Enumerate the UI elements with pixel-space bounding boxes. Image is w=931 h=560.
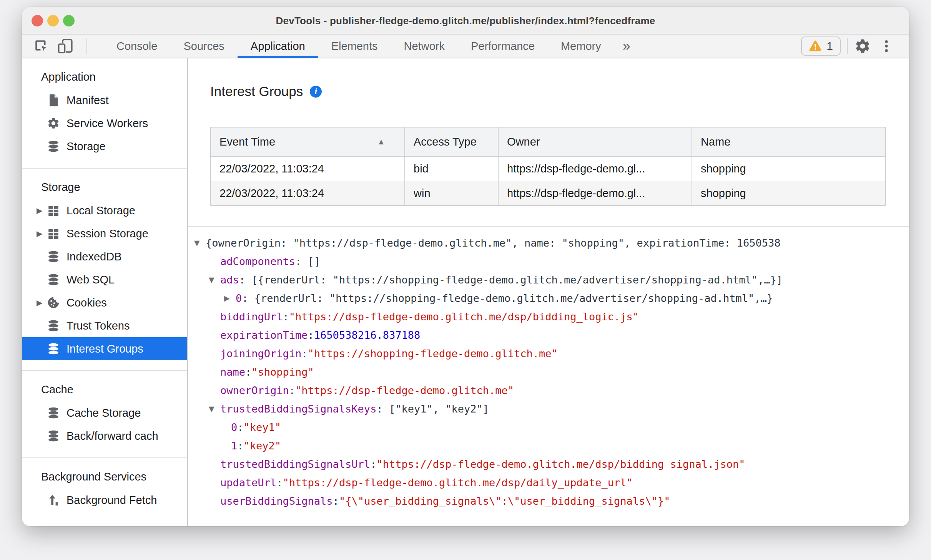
device-toolbar-icon[interactable] (57, 37, 74, 55)
sidebar-item-web-sql[interactable]: Web SQL (22, 268, 187, 291)
devtools-toolbar: ConsoleSourcesApplicationElementsNetwork… (22, 35, 909, 58)
info-icon[interactable]: i (310, 86, 322, 98)
expand-arrow-icon[interactable]: ▶ (37, 229, 47, 238)
sidebar-item-service-workers[interactable]: Service Workers (22, 112, 187, 135)
sidebar-item-label: Session Storage (66, 227, 148, 240)
sidebar-item-trust-tokens[interactable]: Trust Tokens (22, 314, 187, 337)
sidebar-item-label: Cookies (66, 297, 107, 309)
tree-segment-plain: : (301, 348, 308, 360)
tree-line[interactable]: ▶0: {renderUrl: "https://shopping-fledge… (188, 289, 909, 307)
table-body: 22/03/2022, 11:03:24bidhttps://dsp-fledg… (211, 157, 885, 205)
inspect-element-icon[interactable] (33, 37, 50, 55)
tree-line[interactable]: name: "shopping" (188, 363, 909, 381)
tree-line[interactable]: ▼{ownerOrigin: "https://dsp-fledge-demo.… (188, 234, 909, 252)
sidebar-item-label: Local Storage (66, 204, 135, 217)
tree-segment-key: ownerOrigin (220, 384, 289, 396)
sidebar-section-storage: Storage▶Local Storage▶Session StorageInd… (22, 169, 187, 371)
tab-memory[interactable]: Memory (548, 34, 614, 58)
table-row[interactable]: 22/03/2022, 11:03:24bidhttps://dsp-fledg… (211, 157, 885, 181)
column-header-owner[interactable]: Owner (499, 128, 692, 156)
table-cell: https://dsp-fledge-demo.gl... (499, 181, 692, 205)
fetch-icon (47, 493, 60, 507)
tree-toggle-icon[interactable]: ▼ (209, 404, 220, 413)
window-title: DevTools - publisher-fledge-demo.glitch.… (22, 7, 909, 35)
table-cell-text: 22/03/2022, 11:03:24 (219, 162, 324, 175)
issues-badge[interactable]: 1 (801, 36, 841, 56)
interest-groups-panel: Interest Groups i Event Time▲Access Type… (188, 58, 909, 526)
sidebar-item-label: Web SQL (66, 273, 115, 286)
database-icon (47, 273, 60, 287)
sidebar-item-indexeddb[interactable]: IndexedDB (22, 245, 187, 268)
database-icon (47, 139, 60, 153)
tree-segment-plain: : (308, 329, 314, 341)
expand-arrow-icon[interactable]: ▶ (37, 206, 47, 215)
sidebar-item-manifest[interactable]: Manifest (22, 89, 187, 112)
sidebar-section-cache: CacheCache StorageBack/forward cach (22, 371, 187, 458)
tree-toggle-icon[interactable]: ▼ (209, 275, 220, 284)
tab-application[interactable]: Application (238, 34, 318, 58)
tree-segment-key: userBiddingSignals (220, 495, 333, 507)
tree-line[interactable]: joiningOrigin: "https://shopping-fledge-… (188, 344, 909, 363)
sidebar-item-cookies[interactable]: ▶Cookies (22, 291, 187, 314)
section-header: Application (22, 68, 187, 89)
tree-segment-str: "key1" (244, 421, 281, 433)
tree-segment-key: 1 (231, 440, 237, 452)
tab-console[interactable]: Console (103, 34, 170, 58)
kebab-menu-icon[interactable] (878, 37, 895, 55)
tree-toggle-icon[interactable]: ▼ (194, 239, 206, 247)
tree-segment-key: trustedBiddingSignalsUrl (220, 458, 370, 470)
tree-segment-str: "https://dsp-fledge-demo.glitch.me/dsp/b… (289, 311, 639, 323)
sidebar-item-back-forward-cach[interactable]: Back/forward cach (22, 424, 187, 447)
sidebar-item-cache-storage[interactable]: Cache Storage (22, 401, 187, 424)
settings-gear-icon[interactable] (854, 37, 871, 55)
toolbar-right: 1 (801, 36, 909, 56)
database-icon (47, 319, 60, 333)
tree-line[interactable]: ▼trustedBiddingSignalsKeys: ["key1", "ke… (188, 399, 909, 418)
details-divider (188, 226, 909, 227)
interest-group-details-tree: ▼{ownerOrigin: "https://dsp-fledge-demo.… (188, 234, 909, 526)
tree-line[interactable]: biddingUrl: "https://dsp-fledge-demo.gli… (188, 307, 909, 326)
tree-line[interactable]: expirationTime: 1650538216.837188 (188, 326, 909, 344)
more-tabs-button[interactable]: » (614, 38, 639, 54)
tab-performance[interactable]: Performance (458, 34, 548, 58)
column-header-label: Owner (507, 136, 540, 148)
sidebar-item-local-storage[interactable]: ▶Local Storage (22, 199, 187, 222)
column-header-name[interactable]: Name (692, 128, 885, 156)
tree-line[interactable]: 1: "key2" (188, 436, 909, 455)
tree-segment-plain: : (237, 440, 243, 452)
sidebar-item-session-storage[interactable]: ▶Session Storage (22, 222, 187, 245)
column-header-event-time[interactable]: Event Time▲ (211, 128, 405, 156)
table-cell-text: shopping (701, 162, 746, 175)
tree-segment-plain: : (333, 495, 339, 507)
table-row[interactable]: 22/03/2022, 11:03:24winhttps://dsp-fledg… (211, 181, 885, 205)
tab-elements[interactable]: Elements (318, 34, 391, 58)
sidebar-item-storage[interactable]: Storage (22, 135, 187, 158)
section-header: Background Services (22, 467, 187, 489)
page-title: Interest Groups (210, 84, 303, 99)
tree-segment-plain: : (370, 458, 376, 470)
tree-line[interactable]: ownerOrigin: "https://dsp-fledge-demo.gl… (188, 381, 909, 399)
file-icon (47, 93, 60, 107)
sidebar-item-label: Back/forward cach (66, 430, 158, 442)
tree-line[interactable]: updateUrl: "https://dsp-fledge-demo.glit… (188, 473, 909, 492)
table-cell: 22/03/2022, 11:03:24 (211, 157, 405, 181)
tree-line[interactable]: adComponents: [] (188, 252, 909, 270)
tab-network[interactable]: Network (391, 34, 458, 58)
sort-ascending-icon: ▲ (377, 137, 385, 146)
tree-line[interactable]: userBiddingSignals: "{\"user_bidding_sig… (188, 492, 909, 510)
column-header-access-type[interactable]: Access Type (405, 128, 499, 156)
sidebar-item-label: Trust Tokens (66, 320, 130, 332)
tree-line[interactable]: trustedBiddingSignalsUrl: "https://dsp-f… (188, 455, 909, 473)
sidebar-item-background-fetch[interactable]: Background Fetch (22, 489, 187, 512)
expand-arrow-icon[interactable]: ▶ (37, 298, 47, 307)
tree-toggle-icon[interactable]: ▶ (224, 294, 236, 302)
tab-label: Application (251, 40, 305, 53)
tab-sources[interactable]: Sources (170, 34, 237, 58)
sidebar-item-label: IndexedDB (66, 250, 122, 263)
tree-line[interactable]: ▼ads: [{renderUrl: "https://shopping-fle… (188, 270, 909, 289)
tree-segment-plain: : {renderUrl: "https://shopping-fledge-d… (242, 292, 773, 304)
tab-label: Console (116, 40, 157, 53)
sidebar-item-interest-groups[interactable]: Interest Groups (22, 337, 187, 360)
tree-line[interactable]: 0: "key1" (188, 418, 909, 436)
tree-segment-key: updateUrl (220, 477, 276, 489)
